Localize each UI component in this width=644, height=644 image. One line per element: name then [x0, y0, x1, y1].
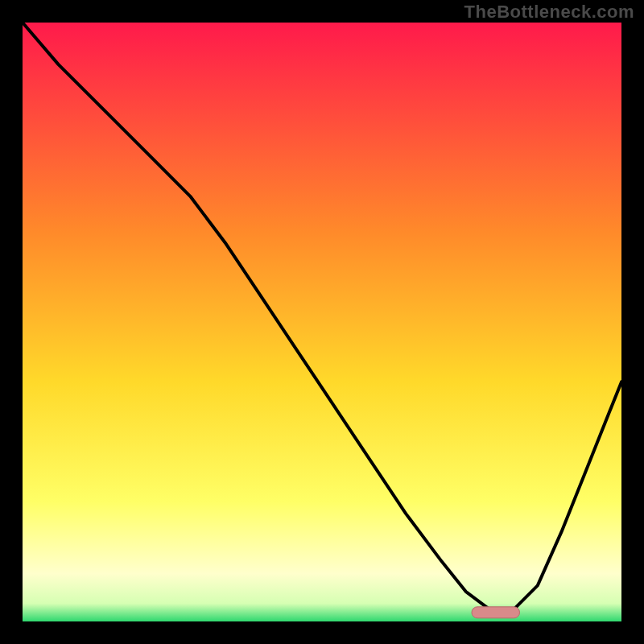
watermark-text: TheBottleneck.com: [464, 2, 634, 23]
chart-frame: { "watermark": "TheBottleneck.com", "col…: [0, 0, 644, 644]
plot-background: [23, 23, 621, 621]
optimal-range-marker: [472, 607, 520, 618]
bottleneck-chart: [0, 0, 644, 644]
